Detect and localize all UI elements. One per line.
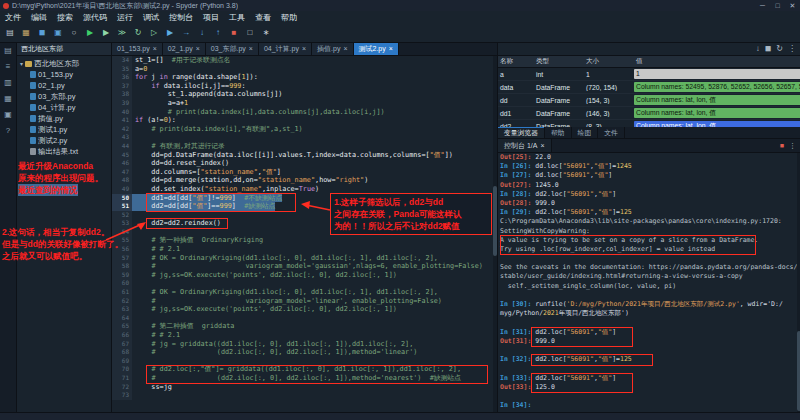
pane-tab[interactable]: 文件 (598, 127, 625, 138)
python-file-icon (30, 104, 36, 111)
menu-item-6[interactable]: 控制台 (164, 12, 198, 23)
variable-row[interactable]: dd1DataFrame(146, 3)Column names: lat, l… (498, 107, 800, 120)
menu-item-10[interactable]: 帮助 (276, 12, 302, 23)
column-header[interactable]: 大小 (584, 57, 634, 66)
variable-row[interactable]: aint11 (498, 68, 800, 81)
editor-tab[interactable]: 测试2.py× (354, 42, 399, 55)
code-text-line (132, 357, 135, 366)
editor-tab[interactable]: 插值.py× (312, 42, 353, 55)
code-editor[interactable]: 34st_1=[] #用于记录联测点名35a=036for j in range… (112, 56, 497, 413)
open-file-icon[interactable]: ▦ (19, 26, 33, 39)
interrupt-kernel-icon[interactable]: ■ (780, 142, 784, 150)
editor-tab[interactable]: 02_1.py× (163, 42, 206, 55)
editor-tab[interactable]: 01_153.py× (112, 42, 163, 55)
menu-item-0[interactable]: 文件 (0, 12, 26, 23)
pane-help-icon[interactable]: ? (6, 126, 10, 135)
step-over-icon[interactable]: → (179, 26, 193, 39)
close-icon[interactable]: × (343, 45, 347, 52)
menu-item-9[interactable]: 查看 (250, 12, 276, 23)
run-icon[interactable]: ▶ (83, 26, 97, 39)
maximize-button[interactable]: □ (770, 2, 785, 10)
close-icon[interactable]: × (389, 45, 393, 52)
close-icon[interactable]: × (153, 45, 157, 52)
project-file[interactable]: 测试1.py (17, 124, 111, 135)
code-text-line: for j in range(data.shape[1]): (132, 73, 258, 82)
file-label: 插值.py (38, 114, 63, 124)
line-number: 60 (112, 279, 132, 288)
pane-plots-icon[interactable]: ▦ (4, 94, 12, 103)
menu-item-2[interactable]: 搜索 (52, 12, 78, 23)
editor-tab[interactable]: 03_东部.py× (206, 42, 259, 55)
save-file-icon[interactable]: ◼ (35, 26, 49, 39)
project-file[interactable]: 03_东部.py (17, 91, 111, 102)
project-file[interactable]: 02_1.py (17, 80, 111, 91)
run-selection-icon[interactable]: ▷ (147, 26, 161, 39)
variable-row[interactable]: ddDataFrame(154, 3)Column names: lat, lo… (498, 94, 800, 107)
console-prompt: In [34]: (500, 401, 535, 409)
rerun-cell-icon[interactable]: ↻ (131, 26, 145, 39)
menu-item-8[interactable]: 工具 (224, 12, 250, 23)
editor-tab[interactable]: 04_计算.py× (259, 42, 312, 55)
import-data-icon[interactable]: ↓ (756, 44, 760, 53)
close-button[interactable]: ✕ (785, 2, 800, 10)
step-into-icon[interactable]: ↓ (195, 26, 209, 39)
step-out-icon[interactable]: ↑ (211, 26, 225, 39)
python-file-icon (30, 82, 36, 89)
project-file[interactable]: 插值.py (17, 113, 111, 124)
menu-item-4[interactable]: 运行 (112, 12, 138, 23)
save-all-icon[interactable]: ▣ (51, 26, 65, 39)
column-header[interactable]: 名称 (498, 57, 534, 66)
pane-tab[interactable]: 变量浏览器 (498, 127, 545, 138)
pane-tab[interactable]: 帮助 (545, 127, 572, 138)
pane-tab[interactable]: 绘图 (572, 127, 599, 138)
new-file-icon[interactable]: ▤ (3, 26, 17, 39)
code-line: 47 dd.columns=["station_name","值"] (112, 168, 497, 177)
project-file[interactable]: 测试2.py (17, 135, 111, 146)
find-icon[interactable]: ○ (67, 26, 81, 39)
stop-icon[interactable]: ■ (227, 26, 241, 39)
console-line: Out[27]: 1245.0 (500, 181, 800, 190)
pane-files-icon[interactable]: ▥ (4, 78, 12, 87)
code-text-line: # (dd2.iloc[:, 0], dd2.iloc[:, 1]),metho… (132, 374, 461, 383)
console-tab-label: 控制台 1/A (504, 141, 537, 151)
close-icon[interactable]: × (540, 142, 544, 149)
run-cell-advance-icon[interactable]: ≫ (115, 26, 129, 39)
project-file[interactable]: 01_153.py (17, 69, 111, 80)
console-output[interactable]: Out[25]: 22.0In [26]: dd.loc["56091","值"… (498, 153, 800, 413)
maximize-pane-icon[interactable]: □ (243, 26, 257, 39)
project-file[interactable]: 输出结果.txt (17, 146, 111, 157)
column-header[interactable]: 值 (634, 57, 800, 66)
debug-icon[interactable]: ▶ (163, 26, 177, 39)
line-number: 42 (112, 125, 132, 134)
file-label: 测试1.py (38, 125, 67, 135)
options-icon[interactable]: ⋮ (788, 44, 796, 53)
minimize-button[interactable]: ─ (755, 2, 770, 10)
console-tab[interactable]: 控制台 1/A × (498, 139, 552, 152)
menu-item-1[interactable]: 编辑 (26, 12, 52, 23)
refresh-variables-icon[interactable]: ↻ (776, 44, 783, 53)
project-file[interactable]: 04_计算.py (17, 102, 111, 113)
expand-caret-icon[interactable]: ▾ (20, 60, 23, 67)
close-icon[interactable]: × (196, 45, 200, 52)
code-line: 55 # 第一种插值 OrdinaryKriging (112, 236, 497, 245)
close-icon[interactable]: × (302, 45, 306, 52)
code-line: 66 # # 2.1 (112, 331, 497, 340)
save-data-icon[interactable]: ◼ (765, 44, 772, 53)
pane-variable-icon[interactable]: ▣ (4, 110, 12, 119)
menu-item-7[interactable]: 项目 (198, 12, 224, 23)
console-options-icon[interactable]: ⋮ (789, 142, 796, 150)
variable-explorer-pane: ↓◼↻⋮ 名称类型大小值 aint11dataDataFrame(720, 15… (498, 42, 800, 127)
menu-item-3[interactable]: 源代码 (78, 12, 112, 23)
variable-row[interactable]: dataDataFrame(720, 154)Column names: 524… (498, 81, 800, 94)
titlebar: D:\myg\Python\2021年项目\西北地区东部\测试2.py - Sp… (0, 0, 800, 11)
close-icon[interactable]: × (249, 45, 253, 52)
column-header[interactable]: 类型 (534, 57, 584, 66)
menu-item-5[interactable]: 调试 (138, 12, 164, 23)
code-line: 63 # jg,ss=OK.execute('points', dd2.iloc… (112, 305, 497, 314)
preferences-icon[interactable]: ∗ (259, 26, 273, 39)
run-cell-icon[interactable]: ▶ (99, 26, 113, 39)
project-root-folder[interactable]: ▾西北地区东部 (17, 58, 111, 69)
variable-table-rows: aint11dataDataFrame(720, 154)Column name… (498, 68, 800, 133)
pane-project-icon[interactable]: ▤ (4, 46, 12, 55)
pane-outline-icon[interactable]: ≡ (6, 62, 11, 71)
